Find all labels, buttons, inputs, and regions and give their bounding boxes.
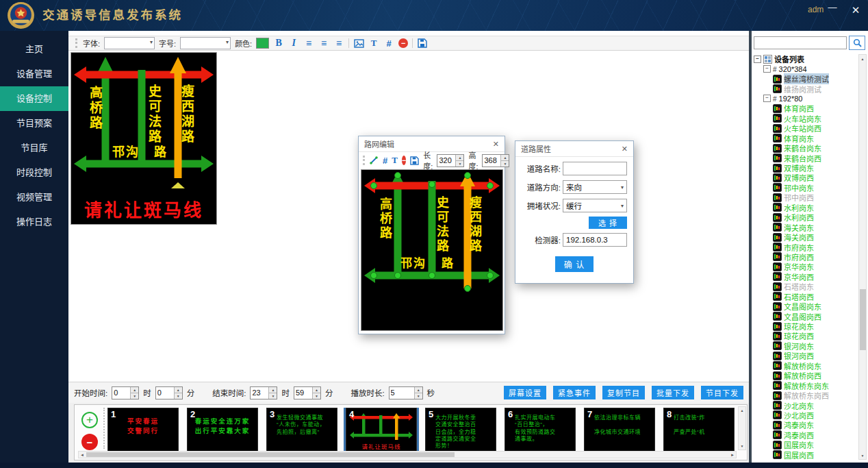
thumbnail-horizontal-scrollbar[interactable] — [78, 451, 737, 458]
sidebar-item[interactable]: 设备管理 — [0, 62, 68, 86]
start-minute-input[interactable] — [156, 387, 174, 399]
minimize-icon[interactable] — [826, 2, 839, 12]
congestion-select[interactable]: 缓行 — [563, 199, 627, 212]
led-sign-preview[interactable]: 高桥路 史可法路 瘦西湖路 邗沟 路 请礼让斑马线 — [71, 52, 217, 225]
device-tree-root[interactable]: 设备列表 — [752, 54, 858, 64]
font-size-select[interactable] — [180, 37, 231, 49]
duration-input[interactable] — [390, 387, 414, 399]
road-name-input[interactable] — [563, 162, 627, 175]
device-tree-scrollbar[interactable] — [858, 54, 867, 460]
insert-image-icon[interactable] — [353, 38, 364, 49]
sidebar-item[interactable]: 时段控制 — [0, 160, 68, 185]
align-right-icon[interactable] — [333, 38, 344, 49]
save-icon[interactable] — [417, 38, 428, 49]
device-item[interactable]: 市府岗西 — [752, 252, 858, 262]
device-item[interactable]: 体育岗东 — [752, 134, 858, 143]
thumbnail-vertical-scrollbar[interactable] — [738, 406, 746, 450]
height-stepper[interactable] — [482, 154, 509, 167]
start-hour-stepper[interactable] — [112, 386, 139, 399]
collapse-icon[interactable] — [754, 56, 761, 63]
device-group-row[interactable]: 192*80 — [752, 94, 858, 103]
decrement-icon[interactable] — [456, 160, 463, 167]
device-item[interactable]: 维扬岗测试 — [752, 84, 858, 93]
scroll-up-icon[interactable] — [739, 407, 745, 414]
program-thumbnail[interactable]: 8 打击改装“炸 严查严处“机 — [663, 408, 735, 452]
decrement-icon[interactable] — [501, 160, 509, 167]
device-item[interactable]: 文昌阁岗东 — [752, 301, 858, 311]
logged-in-user[interactable]: adm — [808, 5, 824, 14]
insert-text-icon[interactable] — [392, 155, 398, 166]
device-item[interactable]: 石塔岗东 — [752, 282, 858, 291]
close-icon[interactable] — [493, 140, 499, 149]
device-item[interactable]: 鸿泰岗西 — [752, 430, 858, 440]
schedule-action-button[interactable]: 节目下发 — [701, 386, 743, 399]
remove-program-button[interactable] — [81, 434, 98, 450]
device-item[interactable]: 沙北岗东 — [752, 400, 858, 410]
start-minute-stepper[interactable] — [155, 386, 183, 399]
end-minute-stepper[interactable] — [294, 386, 321, 399]
increment-icon[interactable] — [175, 387, 182, 393]
detector-input[interactable] — [563, 233, 627, 247]
device-item[interactable]: 来鹤台岗西 — [752, 153, 858, 162]
scroll-right-icon[interactable] — [729, 452, 736, 458]
dialog-titlebar[interactable]: 道路属性 — [515, 141, 633, 157]
delete-icon[interactable] — [398, 38, 408, 48]
scrollbar-thumb[interactable] — [86, 452, 455, 457]
device-item[interactable]: 螺丝湾桥测试 — [752, 74, 858, 84]
device-item[interactable]: 银河岗西 — [752, 351, 858, 360]
device-item[interactable]: 解放桥岗东 — [752, 361, 858, 371]
end-hour-stepper[interactable] — [250, 386, 277, 399]
device-item[interactable]: 解放桥岗西 — [752, 371, 858, 380]
device-item[interactable]: 水利岗东 — [752, 203, 858, 212]
scroll-down-icon[interactable] — [739, 443, 745, 449]
sidebar-item[interactable]: 操作日志 — [0, 210, 68, 234]
scroll-down-icon[interactable] — [859, 452, 866, 459]
sidebar-item[interactable]: 主页 — [0, 37, 68, 62]
increment-icon[interactable] — [456, 155, 463, 160]
increment-icon[interactable] — [501, 155, 509, 160]
scroll-up-icon[interactable] — [859, 55, 866, 62]
draw-line-icon[interactable] — [369, 156, 379, 166]
delete-icon[interactable] — [402, 156, 406, 165]
device-item[interactable]: 体育岗西 — [752, 103, 858, 113]
decrement-icon[interactable] — [269, 393, 277, 399]
road-direction-select[interactable]: 来向 — [563, 180, 627, 194]
save-icon[interactable] — [410, 155, 419, 166]
device-item[interactable]: 解放桥东岗东 — [752, 380, 858, 390]
program-thumbnail[interactable]: 3 发生轻微交通事故 “人未伤，车能动， 先拍照，后撤离” — [266, 408, 337, 452]
draw-road-icon[interactable] — [383, 155, 387, 166]
device-item[interactable]: 邗中岗西 — [752, 193, 858, 202]
collapse-icon[interactable] — [763, 95, 771, 102]
device-item[interactable]: 双博岗东 — [752, 163, 858, 173]
sidebar-item[interactable]: 设备控制 — [0, 86, 68, 111]
device-item[interactable]: 石塔岗西 — [752, 292, 858, 301]
increment-icon[interactable] — [269, 387, 277, 393]
schedule-action-button[interactable]: 批量下发 — [652, 386, 694, 399]
add-program-button[interactable] — [81, 412, 98, 428]
start-hour-input[interactable] — [112, 387, 130, 399]
color-swatch[interactable] — [256, 38, 269, 49]
duration-stepper[interactable] — [389, 386, 423, 399]
end-minute-input[interactable] — [294, 387, 312, 399]
align-center-icon[interactable] — [318, 38, 329, 49]
device-item[interactable]: 国展岗东 — [752, 440, 858, 449]
sidebar-item[interactable]: 视频管理 — [0, 185, 68, 210]
device-item[interactable]: 海关岗东 — [752, 222, 858, 232]
close-icon[interactable] — [849, 4, 863, 16]
program-thumbnail[interactable]: 1 平安春运 交警同行 — [107, 408, 179, 452]
device-item[interactable]: 市府岗东 — [752, 242, 858, 251]
device-item[interactable]: 琼花岗东 — [752, 321, 858, 331]
confirm-button[interactable]: 确 认 — [555, 256, 593, 272]
length-input[interactable] — [437, 155, 455, 167]
decrement-icon[interactable] — [415, 393, 422, 399]
insert-text-icon[interactable] — [368, 38, 379, 49]
device-item[interactable]: 沙北岗西 — [752, 410, 858, 420]
schedule-action-button[interactable]: 屏幕设置 — [504, 386, 546, 399]
search-button[interactable] — [849, 36, 865, 50]
device-item[interactable]: 双博岗西 — [752, 173, 858, 182]
decrement-icon[interactable] — [313, 393, 320, 399]
device-item[interactable]: 文昌阁岗西 — [752, 311, 858, 321]
road-network-icon[interactable] — [383, 38, 394, 49]
schedule-action-button[interactable]: 紧急事件 — [553, 386, 596, 399]
program-thumbnail[interactable]: 5 大力开展秋冬季 交通安全整治百 日会战，全力稳 定道路交通安全 形势！ — [425, 408, 496, 452]
